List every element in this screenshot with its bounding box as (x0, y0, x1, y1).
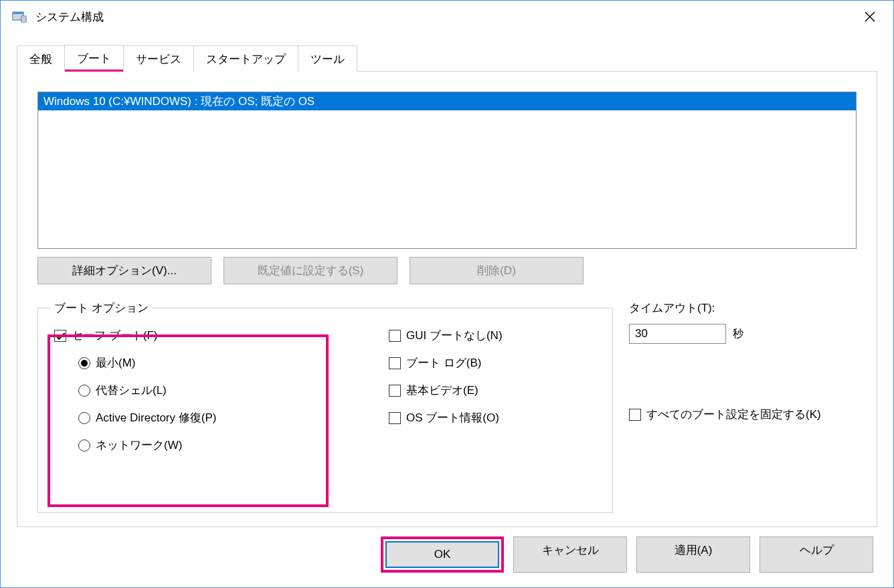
set-default-button: 既定値に設定する(S) (224, 257, 397, 284)
checkbox-label: セーフ ブート(F) (72, 328, 157, 343)
mid-buttons: 詳細オプション(V)... 既定値に設定する(S) 削除(D) (37, 257, 857, 284)
apply-button[interactable]: 適用(A) (636, 536, 750, 573)
radio-alt-shell[interactable]: 代替シェル(L) (78, 383, 335, 398)
lower-row: ブート オプション セーフ ブート(F) 最小(M) (37, 300, 857, 513)
checkbox-icon (629, 409, 641, 421)
radio-icon (78, 385, 90, 397)
boot-options-group: ブート オプション セーフ ブート(F) 最小(M) (37, 300, 613, 513)
safe-boot-checkbox[interactable]: セーフ ブート(F) (54, 328, 335, 343)
checkbox-icon (389, 330, 401, 342)
window-title: システム構成 (35, 9, 853, 25)
ok-button[interactable]: OK (385, 541, 499, 568)
tab-tools[interactable]: ツール (298, 45, 357, 72)
checkbox-label: ブート ログ(B) (406, 355, 481, 371)
help-button[interactable]: ヘルプ (759, 536, 873, 573)
titlebar: システム構成 (1, 1, 893, 33)
right-column: タイムアウト(T): 秒 すべてのブート設定を固定する(K) (629, 300, 821, 513)
radio-ad-repair[interactable]: Active Directory 修復(P) (78, 410, 335, 425)
highlight-ok: OK (381, 536, 504, 573)
radio-icon (78, 412, 90, 424)
no-gui-boot-checkbox[interactable]: GUI ブートなし(N) (389, 328, 503, 343)
radio-label: 最小(M) (96, 355, 135, 371)
radio-icon (78, 439, 90, 452)
tab-label: ブート (77, 52, 111, 65)
timeout-label: タイムアウト(T): (629, 300, 821, 316)
radio-label: ネットワーク(W) (96, 437, 182, 453)
svg-rect-1 (13, 12, 23, 14)
checkbox-icon (389, 385, 401, 397)
tab-highlight (65, 70, 123, 72)
checkbox-label: 基本ビデオ(E) (406, 383, 478, 398)
checkbox-label: GUI ブートなし(N) (406, 328, 503, 343)
tabs: 全般 ブート サービス スタートアップ ツール (1, 41, 893, 71)
timeout-unit: 秒 (733, 327, 743, 341)
tab-panel-boot: Windows 10 (C:¥WINDOWS) : 現在の OS; 既定の OS… (17, 71, 877, 527)
os-boot-info-checkbox[interactable]: OS ブート情報(O) (389, 410, 503, 425)
boot-options-legend: ブート オプション (50, 300, 153, 316)
tab-startup[interactable]: スタートアップ (193, 45, 298, 72)
dialog-buttons: OK キャンセル 適用(A) ヘルプ (1, 536, 893, 587)
checkbox-icon (54, 330, 66, 342)
radio-label: 代替シェル(L) (96, 383, 167, 398)
tab-general[interactable]: 全般 (17, 45, 65, 72)
cancel-button[interactable]: キャンセル (513, 536, 627, 573)
os-list[interactable]: Windows 10 (C:¥WINDOWS) : 現在の OS; 既定の OS (37, 92, 857, 249)
timeout-input[interactable] (629, 324, 726, 344)
tab-label: ツール (310, 53, 345, 66)
svg-rect-2 (21, 16, 26, 22)
advanced-options-button[interactable]: 詳細オプション(V)... (37, 257, 211, 284)
os-list-item[interactable]: Windows 10 (C:¥WINDOWS) : 現在の OS; 既定の OS (38, 92, 856, 110)
checkbox-label: OS ブート情報(O) (406, 410, 499, 425)
tab-boot[interactable]: ブート (64, 45, 124, 72)
tab-label: サービス (136, 53, 181, 66)
checkbox-icon (389, 412, 401, 424)
tab-label: 全般 (29, 53, 52, 66)
base-video-checkbox[interactable]: 基本ビデオ(E) (389, 383, 503, 398)
checkbox-label: すべてのブート設定を固定する(K) (646, 407, 821, 422)
radio-network[interactable]: ネットワーク(W) (78, 437, 335, 453)
radio-icon (78, 357, 90, 369)
boot-log-checkbox[interactable]: ブート ログ(B) (389, 355, 503, 371)
msconfig-window: システム構成 全般 ブート サービス スタートアップ ツール Windows 1… (0, 0, 894, 588)
radio-label: Active Directory 修復(P) (96, 410, 216, 425)
tab-label: スタートアップ (206, 53, 286, 66)
close-button[interactable] (853, 1, 887, 33)
app-icon (11, 9, 27, 25)
delete-button: 削除(D) (410, 257, 584, 284)
tab-services[interactable]: サービス (123, 45, 194, 72)
checkbox-icon (389, 357, 401, 369)
fix-boot-settings-checkbox[interactable]: すべてのブート設定を固定する(K) (629, 407, 821, 422)
radio-minimal[interactable]: 最小(M) (78, 355, 335, 371)
